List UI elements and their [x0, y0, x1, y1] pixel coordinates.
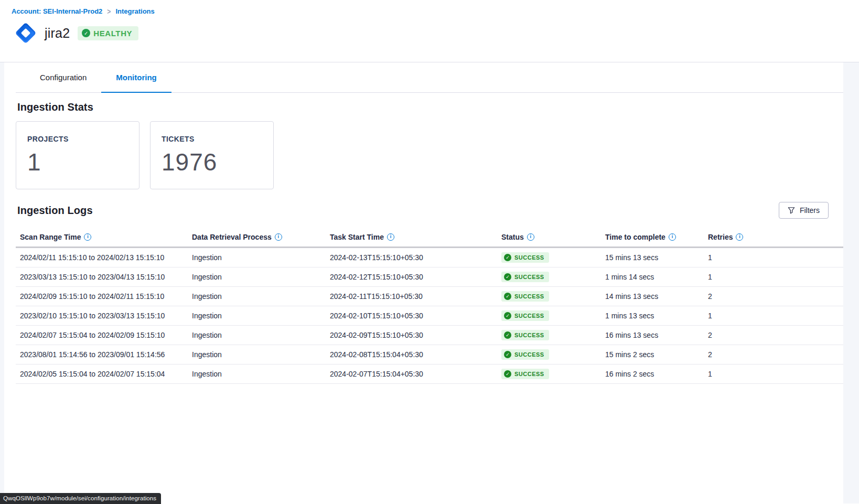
cell-time-to-complete: 1 mins 14 secs: [605, 273, 708, 281]
status-badge: ✓ SUCCESS: [501, 310, 549, 321]
breadcrumb-account-link[interactable]: Account: SEI-Internal-Prod2: [12, 7, 102, 15]
cell-retries: 1: [708, 253, 843, 262]
stats-cards: PROJECTS 1 TICKETS 1976: [16, 121, 843, 189]
status-check-icon: ✓: [504, 254, 511, 261]
cell-task-start: 2024-02-12T15:15:10+05:30: [330, 273, 501, 281]
cell-task-start: 2024-02-07T15:15:04+05:30: [330, 370, 501, 378]
cell-time-to-complete: 16 mins 2 secs: [605, 370, 708, 378]
cell-process: Ingestion: [192, 370, 330, 378]
status-badge: ✓ SUCCESS: [501, 369, 549, 379]
info-icon[interactable]: i: [387, 233, 394, 241]
cell-scan-range: 2023/02/10 15:15:10 to 2023/03/13 15:15:…: [20, 312, 192, 320]
table-row[interactable]: 2024/02/05 15:15:04 to 2024/02/07 15:15:…: [16, 364, 843, 384]
cell-process: Ingestion: [192, 253, 330, 262]
info-icon[interactable]: i: [736, 233, 743, 241]
table-row[interactable]: 2023/08/01 15:14:56 to 2023/09/01 15:14:…: [16, 345, 843, 364]
breadcrumb-chevron-icon: >: [107, 7, 111, 16]
cell-status: ✓ SUCCESS: [501, 330, 605, 340]
integration-name: jira2: [45, 26, 70, 41]
cell-retries: 2: [708, 292, 843, 301]
cell-retries: 1: [708, 273, 843, 281]
cell-retries: 1: [708, 370, 843, 378]
health-check-icon: ✓: [82, 29, 90, 37]
col-header-scan-range: Scan Range Timei: [20, 233, 192, 241]
cell-task-start: 2024-02-10T15:15:10+05:30: [330, 312, 501, 320]
cell-time-to-complete: 14 mins 13 secs: [605, 292, 708, 301]
col-header-status: Statusi: [501, 233, 605, 241]
filters-button[interactable]: Filters: [779, 202, 829, 219]
status-label: SUCCESS: [514, 274, 544, 280]
table-body: 2024/02/11 15:15:10 to 2024/02/13 15:15:…: [16, 248, 843, 384]
info-icon[interactable]: i: [527, 233, 534, 241]
tab-bar: Configuration Monitoring: [16, 62, 843, 93]
status-check-icon: ✓: [504, 331, 511, 339]
cell-scan-range: 2024/02/07 15:15:04 to 2024/02/09 15:15:…: [20, 331, 192, 339]
stat-label-projects: PROJECTS: [27, 135, 139, 143]
status-check-icon: ✓: [504, 293, 511, 300]
cell-process: Ingestion: [192, 312, 330, 320]
info-icon[interactable]: i: [669, 233, 676, 241]
status-check-icon: ✓: [504, 370, 511, 378]
info-icon[interactable]: i: [84, 233, 91, 241]
cell-time-to-complete: 16 mins 13 secs: [605, 331, 708, 339]
table-header-row: Scan Range Timei Data Retrieval Processi…: [16, 227, 843, 248]
col-header-time-to-complete: Time to completei: [605, 233, 708, 241]
status-badge: ✓ SUCCESS: [501, 291, 549, 302]
status-label: SUCCESS: [514, 371, 544, 377]
jira-logo-icon: [12, 19, 40, 47]
cell-process: Ingestion: [192, 292, 330, 301]
tab-configuration[interactable]: Configuration: [25, 62, 101, 93]
col-header-retries: Retriesi: [708, 233, 843, 241]
status-check-icon: ✓: [504, 273, 511, 281]
cell-time-to-complete: 15 mins 2 secs: [605, 350, 708, 359]
cell-scan-range: 2024/02/05 15:15:04 to 2024/02/07 15:15:…: [20, 370, 192, 378]
status-label: SUCCESS: [514, 313, 544, 319]
table-row[interactable]: 2024/02/11 15:15:10 to 2024/02/13 15:15:…: [16, 248, 843, 267]
table-row[interactable]: 2023/02/10 15:15:10 to 2023/03/13 15:15:…: [16, 306, 843, 326]
cell-scan-range: 2023/03/13 15:15:10 to 2023/04/13 15:15:…: [20, 273, 192, 281]
cell-process: Ingestion: [192, 350, 330, 359]
cell-task-start: 2024-02-13T15:15:10+05:30: [330, 253, 501, 262]
ingestion-stats-title: Ingestion Stats: [17, 101, 843, 113]
breadcrumb-integrations-link[interactable]: Integrations: [115, 7, 154, 15]
ingestion-logs-table: Scan Range Timei Data Retrieval Processi…: [16, 227, 843, 384]
table-row[interactable]: 2024/02/09 15:15:10 to 2024/02/11 15:15:…: [16, 287, 843, 306]
cell-time-to-complete: 1 mins 13 secs: [605, 312, 708, 320]
cell-scan-range: 2024/02/11 15:15:10 to 2024/02/13 15:15:…: [20, 253, 192, 262]
status-check-icon: ✓: [504, 351, 511, 358]
status-badge: ✓ SUCCESS: [501, 349, 549, 360]
health-status-badge: ✓ HEALTHY: [78, 26, 138, 40]
status-label: SUCCESS: [514, 293, 544, 299]
status-badge: ✓ SUCCESS: [501, 330, 549, 340]
col-header-process: Data Retrieval Processi: [192, 233, 330, 241]
tab-monitoring[interactable]: Monitoring: [101, 62, 171, 93]
status-label: SUCCESS: [514, 332, 544, 338]
cell-status: ✓ SUCCESS: [501, 310, 605, 321]
cell-process: Ingestion: [192, 273, 330, 281]
page-header: Account: SEI-Internal-Prod2 > Integratio…: [0, 0, 859, 62]
cell-time-to-complete: 15 mins 13 secs: [605, 253, 708, 262]
cell-task-start: 2024-02-11T15:15:10+05:30: [330, 292, 501, 301]
status-badge: ✓ SUCCESS: [501, 252, 549, 263]
ingestion-logs-title: Ingestion Logs: [17, 205, 93, 217]
status-check-icon: ✓: [504, 312, 511, 319]
table-row[interactable]: 2023/03/13 15:15:10 to 2023/04/13 15:15:…: [16, 267, 843, 287]
stat-value-projects: 1: [27, 148, 139, 176]
cell-scan-range: 2024/02/09 15:15:10 to 2024/02/11 15:15:…: [20, 292, 192, 301]
page-background: Configuration Monitoring Ingestion Stats…: [0, 62, 859, 503]
table-row[interactable]: 2024/02/07 15:15:04 to 2024/02/09 15:15:…: [16, 326, 843, 345]
link-preview-status-bar: QwqOSllWp9ob7w/module/sei/configuration/…: [0, 493, 161, 504]
integration-title-row: jira2 ✓ HEALTHY: [12, 19, 859, 47]
filter-funnel-icon: [788, 207, 795, 214]
stat-value-tickets: 1976: [162, 148, 273, 176]
cell-status: ✓ SUCCESS: [501, 272, 605, 282]
cell-status: ✓ SUCCESS: [501, 369, 605, 379]
cell-scan-range: 2023/08/01 15:14:56 to 2023/09/01 15:14:…: [20, 350, 192, 359]
filters-button-label: Filters: [800, 206, 820, 215]
info-icon[interactable]: i: [275, 233, 282, 241]
cell-retries: 2: [708, 331, 843, 339]
status-badge: ✓ SUCCESS: [501, 272, 549, 282]
cell-status: ✓ SUCCESS: [501, 252, 605, 263]
cell-task-start: 2024-02-08T15:15:04+05:30: [330, 350, 501, 359]
stat-label-tickets: TICKETS: [162, 135, 273, 143]
